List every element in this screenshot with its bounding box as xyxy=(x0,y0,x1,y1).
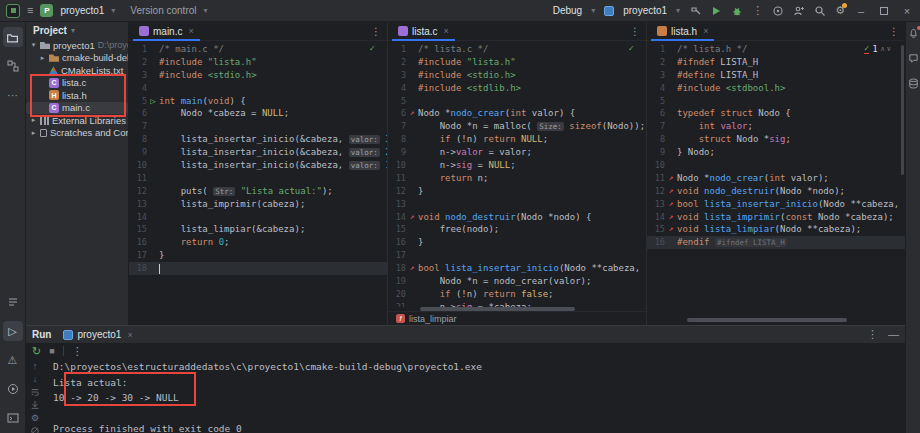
horizontal-scrollbar[interactable] xyxy=(687,318,847,322)
line-number[interactable]: 6 xyxy=(388,107,406,120)
close-tab-icon[interactable]: × xyxy=(444,26,449,36)
code-line[interactable]: 14 xyxy=(129,211,387,224)
code-line[interactable]: 15 lista_limpiar(&cabeza); xyxy=(129,223,387,236)
inspection-widget[interactable]: ✓1∧∨ xyxy=(864,43,893,54)
code-line[interactable]: 17} xyxy=(129,249,387,262)
line-number[interactable]: 9 xyxy=(129,146,147,159)
line-number[interactable]: 3 xyxy=(647,69,665,82)
code-line[interactable]: 11 return n; xyxy=(388,172,646,185)
line-number[interactable]: 10 xyxy=(129,159,147,172)
code-line[interactable]: 12} xyxy=(388,185,646,198)
code-line[interactable]: 10 n->sig = NULL; xyxy=(388,159,646,172)
run-icon[interactable] xyxy=(710,5,722,17)
code-line[interactable]: 4#include <stdbool.h> xyxy=(647,82,905,95)
navigate-usages-icon[interactable]: ↗ xyxy=(665,185,677,198)
vertical-scrollbar[interactable] xyxy=(901,45,904,175)
code-with-me-icon[interactable] xyxy=(793,5,805,17)
line-number[interactable]: 8 xyxy=(129,133,147,146)
todo-tool-icon[interactable] xyxy=(3,292,23,312)
code-line[interactable]: 6↗Nodo *nodo_crear(int valor) { xyxy=(388,107,646,120)
terminal-tool-icon[interactable] xyxy=(3,408,23,428)
console-settings-icon[interactable]: ⚙ xyxy=(31,413,39,423)
problems-tool-icon[interactable]: ⚠ xyxy=(3,350,23,370)
code-line[interactable]: 10 xyxy=(647,159,905,172)
code-line[interactable]: 8 if (!n) return NULL; xyxy=(388,133,646,146)
hide-panel-icon[interactable]: — xyxy=(888,329,899,340)
build-type-selector[interactable]: Debug xyxy=(553,5,582,16)
code-line[interactable]: 5 xyxy=(388,95,646,108)
code-line[interactable]: 15↗void lista_limpiar(Nodo **cabeza); xyxy=(647,223,905,236)
line-number[interactable]: 4 xyxy=(129,82,147,95)
line-number[interactable]: 1 xyxy=(388,43,406,56)
navigate-usages-icon[interactable]: ↗ xyxy=(406,107,418,120)
code-editor[interactable]: ✓ 1/* lista.c */2#include "lista.h"3#inc… xyxy=(388,41,646,307)
line-number[interactable]: 4 xyxy=(647,82,665,95)
project-tree-item-main-c[interactable]: Cmain.c xyxy=(26,102,128,115)
code-line[interactable]: 4#include <stdlib.h> xyxy=(388,82,646,95)
next-occurrence-icon[interactable]: ↓ xyxy=(33,374,38,384)
code-line[interactable]: 19 Nodo *n = nodo_crear(valor); xyxy=(388,275,646,288)
close-tab-icon[interactable]: × xyxy=(703,26,708,36)
code-line[interactable]: 16#endif #ifndef LISTA_H xyxy=(647,236,905,249)
project-selector[interactable]: proyecto1 xyxy=(60,5,104,16)
code-line[interactable]: 1/* lista.c */ xyxy=(388,43,646,56)
stop-icon[interactable]: ■ xyxy=(49,346,54,356)
project-tree-item-proyecto1[interactable]: ▾proyecto1 D:\proyectos\es xyxy=(26,39,128,52)
code-line[interactable]: 16 return 0; xyxy=(129,236,387,249)
panel-options-icon[interactable]: ⋮ xyxy=(867,329,878,340)
code-line[interactable]: 7 int valor; xyxy=(647,120,905,133)
navigate-usages-icon[interactable]: ↗ xyxy=(665,211,677,224)
version-control-selector[interactable]: Version control xyxy=(130,5,196,16)
line-number[interactable]: 16 xyxy=(388,236,406,249)
code-line[interactable]: 2#ifndef LISTA_H xyxy=(647,56,905,69)
code-line[interactable]: 1/* main.c */ xyxy=(129,43,387,56)
code-line[interactable]: 20 if (!n) return false; xyxy=(388,288,646,301)
soft-wrap-icon[interactable] xyxy=(30,387,40,397)
code-line[interactable]: 13↗bool lista_insertar_inicio(Nodo **cab… xyxy=(647,198,905,211)
line-number[interactable]: 17 xyxy=(129,249,147,262)
line-number[interactable]: 7 xyxy=(647,120,665,133)
code-line[interactable]: 10 lista_insertar_inicio(&cabeza, valor:… xyxy=(129,159,387,172)
line-number[interactable]: 12 xyxy=(129,185,147,198)
console-output[interactable]: D:\proyectos\estructuraddedatos\c\proyec… xyxy=(44,359,905,433)
more-actions-icon[interactable]: ⋮ xyxy=(72,346,83,357)
run-tab-proyecto1[interactable]: proyecto1 × xyxy=(59,326,136,343)
line-number[interactable]: 17 xyxy=(388,249,406,262)
maximize-button[interactable] xyxy=(877,5,891,17)
prev-occurrence-icon[interactable]: ↑ xyxy=(33,361,38,371)
code-line[interactable]: 18↗bool lista_insertar_inicio(Nodo **cab… xyxy=(388,262,646,275)
line-number[interactable]: 7 xyxy=(388,120,406,133)
code-line[interactable]: 6 Nodo *cabeza = NULL; xyxy=(129,107,387,120)
line-number[interactable]: 19 xyxy=(388,275,406,288)
close-tab-icon[interactable]: × xyxy=(127,330,132,340)
project-tree-item-lista-h[interactable]: Hlista.h xyxy=(26,89,128,102)
line-number[interactable]: 5 xyxy=(388,95,406,108)
code-line[interactable]: 2#include "lista.h" xyxy=(129,56,387,69)
line-number[interactable]: 14 xyxy=(647,211,665,224)
line-number[interactable]: 15 xyxy=(647,223,665,236)
code-line[interactable]: 6typedef struct Nodo { xyxy=(647,107,905,120)
tab-options-icon[interactable]: ⋮ xyxy=(371,26,383,37)
code-line[interactable]: 5▷int main(void) { xyxy=(129,95,387,108)
line-number[interactable]: 13 xyxy=(129,198,147,211)
line-number[interactable]: 14 xyxy=(129,211,147,224)
code-line[interactable]: 3#define LISTA_H xyxy=(647,69,905,82)
project-tree-item-cmakelists-txt[interactable]: CMakeLists.txt xyxy=(26,64,128,77)
navigate-usages-icon[interactable]: ↗ xyxy=(406,262,418,275)
code-line[interactable]: 12↗void nodo_destruir(Nodo *nodo); xyxy=(647,185,905,198)
code-line[interactable]: 11↗Nodo *nodo_crear(int valor); xyxy=(647,172,905,185)
project-tool-icon[interactable] xyxy=(3,27,23,47)
run-line-icon[interactable]: ▷ xyxy=(147,95,159,108)
line-number[interactable]: 12 xyxy=(647,185,665,198)
inspection-widget[interactable]: ✓ xyxy=(629,43,634,53)
line-number[interactable]: 11 xyxy=(388,172,406,185)
line-number[interactable]: 15 xyxy=(388,223,406,236)
notifications-icon[interactable] xyxy=(908,28,919,39)
line-number[interactable]: 18 xyxy=(129,262,147,275)
tab-lista-c[interactable]: lista.c × xyxy=(392,22,455,41)
tab-options-icon[interactable]: ⋮ xyxy=(889,26,901,37)
breadcrumb[interactable]: f lista_limpiar xyxy=(388,311,646,325)
code-line[interactable]: 11 xyxy=(129,172,387,185)
code-line[interactable]: 14↗void nodo_destruir(Nodo *nodo) { xyxy=(388,211,646,224)
line-number[interactable]: 9 xyxy=(388,146,406,159)
